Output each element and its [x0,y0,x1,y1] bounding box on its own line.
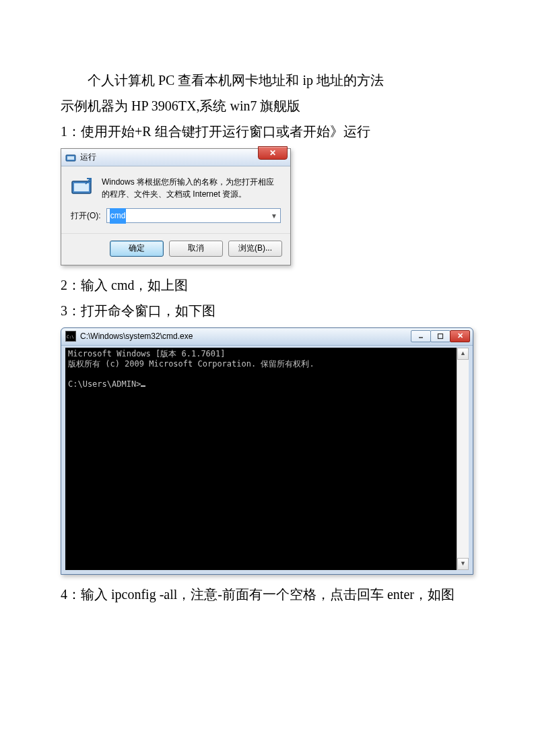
run-dialog-title: 运行 [80,150,96,165]
cmd-prompt: C:\Users\ADMIN> [68,379,141,389]
doc-title: 个人计算机 PC 查看本机网卡地址和 ip 地址的方法 [61,67,473,93]
run-dialog-description: Windows 将根据您所输入的名称，为您打开相应的程序、文件夹、文档或 Int… [102,176,281,200]
scroll-track[interactable] [457,360,469,558]
open-label: 打开(O): [71,208,101,224]
svg-rect-1 [67,156,74,160]
scroll-up-button[interactable]: ▲ [457,348,469,360]
doc-subtitle: 示例机器为 HP 3906TX,系统 win7 旗舰版 [61,93,473,119]
cmd-window: C:\Windows\system32\cmd.exe ✕ Microsoft … [61,327,473,575]
close-button[interactable]: ✕ [258,146,288,160]
ok-button[interactable]: 确定 [110,241,164,257]
open-input-value: cmd [110,208,127,224]
run-dialog: 运行 ✕ Windows 将根据您所输入的名称，为您打开相应的程序、文件夹、文档… [61,148,291,265]
browse-button[interactable]: 浏览(B)... [228,241,282,257]
run-dialog-buttons: 确定 取消 浏览(B)... [61,233,290,265]
close-button[interactable]: ✕ [450,330,470,342]
scrollbar[interactable]: ▲ ▼ [457,348,469,570]
cancel-button[interactable]: 取消 [169,241,223,257]
chevron-down-icon[interactable]: ▼ [271,210,277,222]
scroll-down-button[interactable]: ▼ [457,558,469,570]
step-3: 3：打开命令窗口，如下图 [61,298,473,323]
open-combobox[interactable]: cmd ▼ [106,208,281,223]
cmd-title-text: C:\Windows\system32\cmd.exe [80,329,193,344]
run-dialog-titlebar[interactable]: 运行 ✕ [61,149,290,166]
run-body-icon [71,176,94,199]
cmd-cursor [141,385,145,387]
cmd-icon [65,331,76,342]
svg-rect-5 [438,334,443,338]
svg-rect-3 [74,183,89,191]
step-4: 4：输入 ipconfig -all，注意-前面有一个空格，点击回车 enter… [61,581,473,607]
minimize-button[interactable] [411,330,431,342]
cmd-line-2: 版权所有 (c) 2009 Microsoft Corporation. 保留所… [68,359,314,369]
maximize-button[interactable] [430,330,450,342]
cmd-output[interactable]: Microsoft Windows [版本 6.1.7601] 版权所有 (c)… [65,348,457,570]
step-1: 1：使用开始+R 组合键打开运行窗口或者开始》运行 [61,119,473,144]
cmd-titlebar[interactable]: C:\Windows\system32\cmd.exe ✕ [61,328,473,346]
run-dialog-icon [65,152,76,163]
cmd-line-1: Microsoft Windows [版本 6.1.7601] [68,349,226,358]
step-2: 2：输入 cmd，如上图 [61,272,473,298]
